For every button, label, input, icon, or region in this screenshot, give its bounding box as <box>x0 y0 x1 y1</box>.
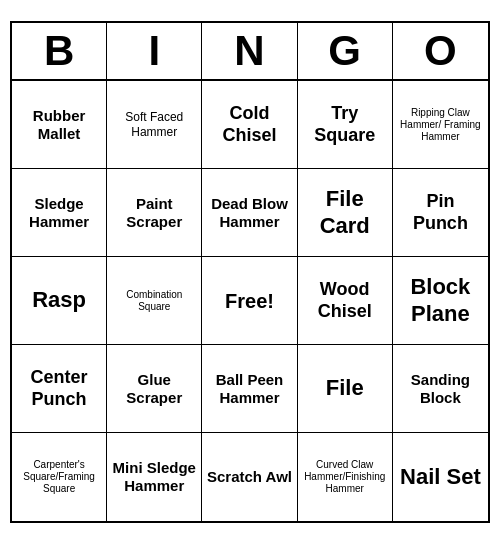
cell-text-13: Wood Chisel <box>302 279 388 322</box>
bingo-cell-5: Sledge Hammer <box>12 169 107 257</box>
cell-text-12: Free! <box>225 289 274 313</box>
cell-text-3: Try Square <box>302 103 388 146</box>
bingo-grid: Rubber MalletSoft Faced HammerCold Chise… <box>12 81 488 521</box>
bingo-cell-17: Ball Peen Hammer <box>202 345 297 433</box>
bingo-cell-6: Paint Scraper <box>107 169 202 257</box>
cell-text-6: Paint Scraper <box>111 195 197 231</box>
bingo-cell-8: File Card <box>298 169 393 257</box>
bingo-cell-13: Wood Chisel <box>298 257 393 345</box>
bingo-cell-19: Sanding Block <box>393 345 488 433</box>
bingo-cell-15: Center Punch <box>12 345 107 433</box>
bingo-cell-10: Rasp <box>12 257 107 345</box>
bingo-cell-0: Rubber Mallet <box>12 81 107 169</box>
bingo-letter-b: B <box>12 23 107 79</box>
cell-text-18: File <box>326 375 364 401</box>
cell-text-19: Sanding Block <box>397 371 484 407</box>
bingo-letter-i: I <box>107 23 202 79</box>
bingo-cell-1: Soft Faced Hammer <box>107 81 202 169</box>
bingo-cell-23: Curved Claw Hammer/Finishing Hammer <box>298 433 393 521</box>
bingo-letter-g: G <box>298 23 393 79</box>
bingo-cell-4: Ripping Claw Hammer/ Framing Hammer <box>393 81 488 169</box>
cell-text-4: Ripping Claw Hammer/ Framing Hammer <box>397 107 484 143</box>
bingo-cell-7: Dead Blow Hammer <box>202 169 297 257</box>
bingo-card: BINGO Rubber MalletSoft Faced HammerCold… <box>10 21 490 523</box>
cell-text-24: Nail Set <box>400 464 481 490</box>
bingo-letter-o: O <box>393 23 488 79</box>
cell-text-20: Carpenter's Square/Framing Square <box>16 459 102 495</box>
cell-text-21: Mini Sledge Hammer <box>111 459 197 495</box>
bingo-cell-21: Mini Sledge Hammer <box>107 433 202 521</box>
bingo-header: BINGO <box>12 23 488 81</box>
cell-text-23: Curved Claw Hammer/Finishing Hammer <box>302 459 388 495</box>
cell-text-10: Rasp <box>32 287 86 313</box>
bingo-cell-9: Pin Punch <box>393 169 488 257</box>
cell-text-15: Center Punch <box>16 367 102 410</box>
cell-text-9: Pin Punch <box>397 191 484 234</box>
bingo-cell-2: Cold Chisel <box>202 81 297 169</box>
bingo-cell-20: Carpenter's Square/Framing Square <box>12 433 107 521</box>
bingo-cell-16: Glue Scraper <box>107 345 202 433</box>
cell-text-0: Rubber Mallet <box>16 107 102 143</box>
cell-text-7: Dead Blow Hammer <box>206 195 292 231</box>
bingo-letter-n: N <box>202 23 297 79</box>
bingo-cell-22: Scratch Awl <box>202 433 297 521</box>
cell-text-22: Scratch Awl <box>207 468 292 486</box>
cell-text-1: Soft Faced Hammer <box>111 110 197 139</box>
bingo-cell-14: Block Plane <box>393 257 488 345</box>
bingo-cell-11: Combination Square <box>107 257 202 345</box>
cell-text-8: File Card <box>302 186 388 239</box>
bingo-cell-3: Try Square <box>298 81 393 169</box>
bingo-cell-18: File <box>298 345 393 433</box>
bingo-cell-24: Nail Set <box>393 433 488 521</box>
bingo-cell-12: Free! <box>202 257 297 345</box>
cell-text-11: Combination Square <box>111 289 197 313</box>
cell-text-2: Cold Chisel <box>206 103 292 146</box>
cell-text-16: Glue Scraper <box>111 371 197 407</box>
cell-text-14: Block Plane <box>397 274 484 327</box>
cell-text-17: Ball Peen Hammer <box>206 371 292 407</box>
cell-text-5: Sledge Hammer <box>16 195 102 231</box>
